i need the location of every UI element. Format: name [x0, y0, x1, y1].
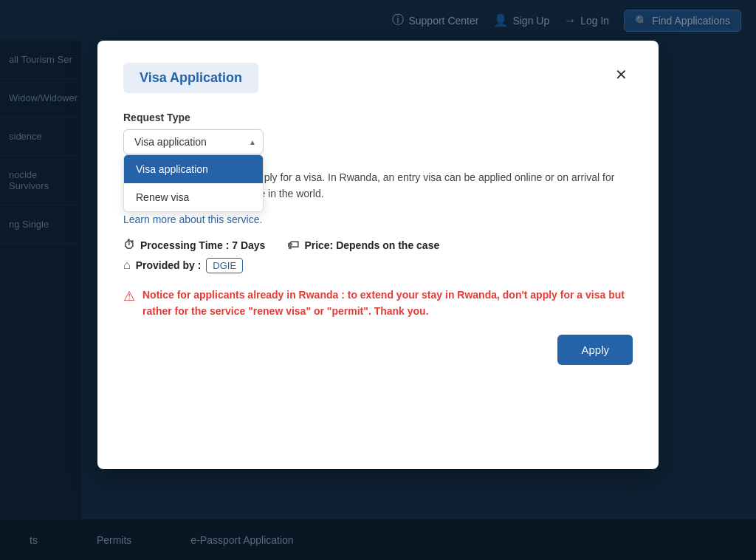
info-row-1: ⏱ Processing Time : 7 Days 🏷 Price: Depe…	[123, 239, 633, 252]
home-icon: ⌂	[123, 259, 131, 272]
tag-icon: 🏷	[287, 239, 299, 252]
notice-box: ⚠ Notice for applicants already in Rwand…	[123, 287, 633, 320]
price-item: 🏷 Price: Depends on the case	[287, 239, 439, 252]
modal-header: Visa Application ✕	[123, 63, 633, 93]
processing-time-label: Processing Time : 7 Days	[140, 239, 265, 251]
learn-more-link[interactable]: Learn more about this service.	[123, 214, 262, 225]
dropdown-menu: Visa application Renew visa	[123, 154, 264, 212]
clock-icon: ⏱	[123, 239, 135, 252]
apply-button[interactable]: Apply	[557, 335, 633, 365]
dropdown-item-visa[interactable]: Visa application	[124, 155, 263, 183]
close-icon: ✕	[615, 66, 628, 83]
warning-icon: ⚠	[123, 288, 135, 304]
modal-title-badge: Visa Application	[123, 63, 258, 93]
modal-title: Visa Application	[140, 70, 242, 85]
request-type-label: Request Type	[123, 112, 633, 123]
provider-item: ⌂ Provided by : DGIE	[123, 258, 243, 273]
request-type-select-wrapper: Visa application ▲ Visa application Rene…	[123, 129, 264, 154]
info-row-2: ⌂ Provided by : DGIE	[123, 258, 633, 273]
price-label: Price: Depends on the case	[304, 239, 439, 251]
provider-badge: DGIE	[206, 258, 243, 273]
modal-footer: Apply	[123, 335, 633, 365]
close-button[interactable]: ✕	[609, 63, 633, 86]
request-type-section: Request Type Visa application ▲ Visa app…	[123, 112, 633, 154]
notice-text: Notice for applicants already in Rwanda …	[142, 287, 633, 320]
visa-application-modal: Visa Application ✕ Request Type Visa app…	[97, 41, 659, 469]
dropdown-item-renew[interactable]: Renew visa	[124, 183, 263, 211]
provided-by-label: Provided by :	[136, 259, 202, 271]
select-value: Visa application	[134, 136, 207, 148]
request-type-select[interactable]: Visa application	[123, 129, 264, 154]
processing-time-item: ⏱ Processing Time : 7 Days	[123, 239, 265, 252]
